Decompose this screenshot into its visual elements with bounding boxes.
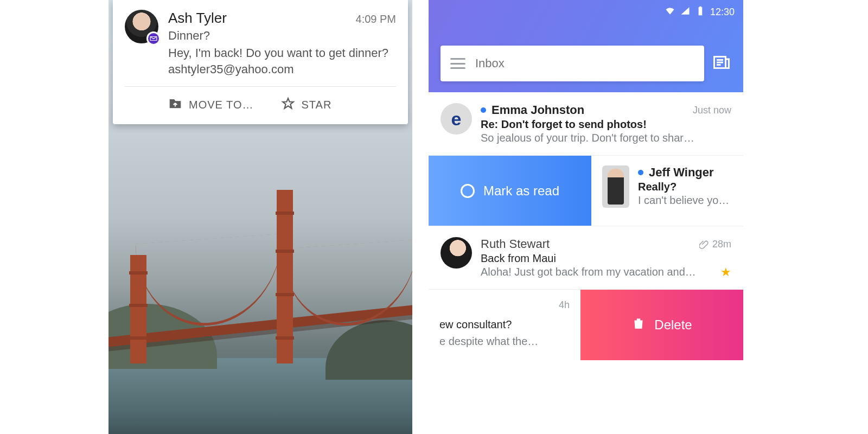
delete-label: Delete — [654, 317, 692, 333]
star-outline-icon — [281, 97, 295, 113]
mail-time: 4h — [559, 299, 570, 311]
sender-avatar: e — [441, 103, 472, 135]
delete-action[interactable]: Delete — [580, 290, 743, 360]
mail-item[interactable]: e Emma Johnston Just now Re: Don't forge… — [429, 92, 743, 156]
mail-item-swiped[interactable]: Mark as read Jeff Winger Really? I can't… — [429, 156, 743, 226]
trash-icon — [631, 316, 646, 334]
mail-time: Just now — [693, 105, 731, 116]
search-field[interactable] — [441, 46, 704, 81]
notification-preview: Hey, I'm back! Do you want to get dinner… — [168, 46, 396, 60]
star-filled-icon[interactable]: ★ — [720, 265, 731, 279]
phone-inbox: 12:30 e Emma Johnston — [429, 0, 743, 434]
sender-avatar — [441, 237, 472, 269]
wifi-icon — [665, 5, 675, 19]
star-button[interactable]: STAR — [281, 97, 332, 113]
notification-subject: Dinner? — [168, 29, 396, 43]
search-input[interactable] — [475, 56, 694, 71]
mail-preview: I can't believe you fel — [638, 194, 732, 207]
mail-subject: Re: Don't forget to send photos! — [481, 118, 731, 131]
mail-item-swiped[interactable]: 4h ew consultant? e despite what the… De… — [429, 290, 743, 360]
news-icon[interactable] — [712, 53, 731, 74]
sender-avatar — [602, 165, 629, 208]
mail-list[interactable]: e Emma Johnston Just now Re: Don't forge… — [429, 92, 743, 360]
notification-address: ashtyler35@yahoo.com — [168, 62, 396, 76]
mail-item[interactable]: Ruth Stewart 28m Back from Maui Aloha! J… — [429, 226, 743, 290]
email-notification-card[interactable]: Ash Tyler 4:09 PM Dinner? Hey, I'm back!… — [113, 0, 408, 124]
mail-subject: Really? — [638, 181, 732, 193]
mail-sender: Jeff Winger — [649, 165, 732, 180]
cell-signal-icon — [680, 5, 691, 19]
move-to-button[interactable]: MOVE TO… — [168, 97, 254, 113]
mail-time: 28m — [699, 239, 731, 250]
mail-badge-icon — [146, 31, 161, 46]
app-header: 12:30 — [429, 0, 743, 92]
unread-dot-icon — [638, 170, 643, 175]
status-time: 12:30 — [710, 7, 735, 18]
mail-preview: So jealous of your trip. Don't forget to… — [481, 132, 731, 144]
status-bar: 12:30 — [665, 5, 735, 19]
mark-as-read-action[interactable]: Mark as read — [429, 156, 591, 226]
battery-icon — [695, 5, 706, 19]
mail-sender: Ruth Stewart — [481, 237, 694, 251]
folder-upload-icon — [168, 97, 182, 113]
mail-sender: Emma Johnston — [492, 103, 687, 117]
attachment-icon — [699, 239, 709, 249]
wallpaper-bridge — [108, 179, 412, 434]
mail-subject: Back from Maui — [481, 252, 731, 265]
unread-dot-icon — [481, 107, 486, 113]
move-to-label: MOVE TO… — [189, 99, 254, 111]
notification-time: 4:09 PM — [356, 13, 396, 25]
menu-icon[interactable] — [450, 58, 465, 69]
notification-sender: Ash Tyler — [168, 10, 356, 27]
circle-outline-icon — [461, 184, 475, 198]
mail-preview: e despite what the… — [439, 335, 570, 348]
mail-subject: ew consultant? — [439, 318, 570, 331]
phone-lockscreen: Ash Tyler 4:09 PM Dinner? Hey, I'm back!… — [108, 0, 412, 434]
mail-preview: Aloha! Just got back from my vacation an… — [481, 266, 731, 278]
mark-as-read-label: Mark as read — [483, 183, 559, 199]
sender-avatar — [125, 10, 158, 43]
star-label: STAR — [302, 99, 332, 111]
